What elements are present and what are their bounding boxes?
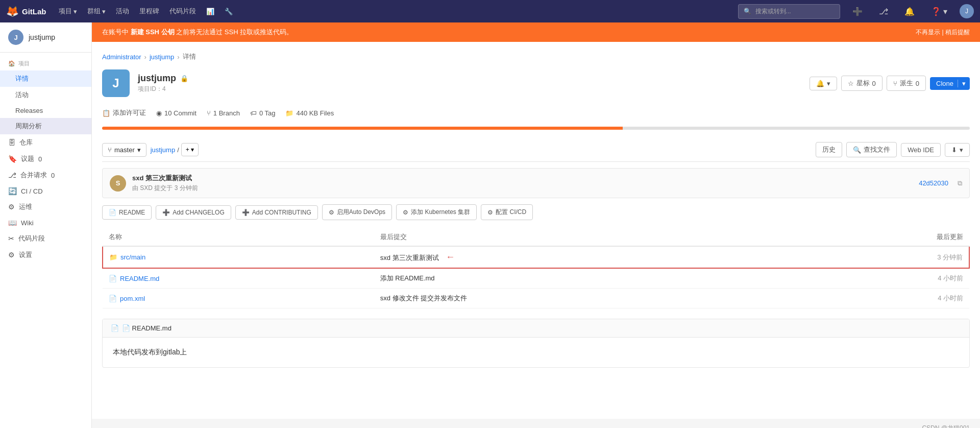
app-layout: J justjump 🏠 项目 详情 活动 Releases 周期分析 🗄 仓库 [0, 22, 980, 428]
plus-icon[interactable]: ➕ [848, 5, 867, 18]
search-box[interactable]: 🔍 搜索或转到... [738, 4, 840, 19]
add-contributing-button[interactable]: ➕ Add CONTRIBUTING [235, 205, 318, 220]
file-name-link[interactable]: 📄 pom.xml [109, 295, 368, 302]
file-name-cell[interactable]: 📁 src/main [103, 246, 374, 268]
nav-milestones[interactable]: 里程碑 [135, 5, 163, 18]
star-count: 0 [872, 80, 876, 87]
nav-snippets[interactable]: 代码片段 [165, 5, 200, 18]
commit-message: sxd 第三次重新测试 [132, 174, 913, 183]
sidebar-item-label: 详情 [15, 74, 29, 83]
action-buttons-row: 📄 README ➕ Add CHANGELOG ➕ Add CONTRIBUT… [102, 204, 970, 220]
sidebar-item-cycle-analytics[interactable]: 周期分析 [0, 118, 91, 134]
sidebar-group-merge[interactable]: ⎇ 合并请求 0 [0, 167, 91, 183]
file-name-cell[interactable]: 📄 pom.xml [103, 289, 374, 308]
stat-tag-label: 0 Tag [259, 109, 276, 117]
path-plus-button[interactable]: + ▾ [181, 143, 199, 156]
bell-icon: 🔔 [816, 80, 824, 87]
file-name-cell[interactable]: 📄 README.md [103, 268, 374, 289]
sidebar-group-wiki[interactable]: 📖 Wiki [0, 215, 91, 230]
commit-hash[interactable]: 42d52030 [919, 179, 948, 187]
readme-header: 📄 📄 README.md [103, 319, 969, 338]
sidebar-user-avatar: J [8, 30, 23, 45]
snippet-icon: ✂ [8, 234, 14, 243]
path-root-link[interactable]: justjump [151, 146, 175, 154]
find-file-button[interactable]: 🔍 查找文件 [846, 142, 897, 157]
sidebar-group-label: CI / CD [21, 187, 43, 195]
nav-activity[interactable]: 活动 [112, 5, 133, 18]
sidebar-group-settings[interactable]: ⚙ 设置 [0, 247, 91, 263]
sidebar: J justjump 🏠 项目 详情 活动 Releases 周期分析 🗄 仓库 [0, 22, 92, 428]
sidebar-item-details[interactable]: 详情 [0, 70, 91, 87]
file-name-link[interactable]: 📁 src/main [109, 253, 368, 261]
breadcrumb-admin[interactable]: Administrator [102, 53, 141, 61]
stat-commits[interactable]: ◉ 10 Commit [156, 109, 197, 117]
stat-branch[interactable]: ⑂ 1 Branch [207, 109, 240, 117]
add-changelog-button[interactable]: ➕ Add CHANGELOG [156, 205, 231, 220]
file-table: 名称 最后提交 最后更新 📁 src/main [102, 228, 970, 308]
issues-icon[interactable]: 🔔 [900, 5, 919, 18]
fork-button[interactable]: ⑂ 派生 0 [887, 76, 926, 91]
branch-selector[interactable]: ⑂ master ▾ [102, 143, 146, 157]
project-id: 项目ID：4 [138, 85, 801, 93]
sidebar-item-activity[interactable]: 活动 [0, 87, 91, 103]
help-icon[interactable]: ❓ ▾ [927, 5, 951, 18]
project-container: Administrator › justjump › 详情 J justjump… [92, 42, 980, 419]
merge-requests-icon[interactable]: ⎇ [875, 5, 892, 18]
nav-tools[interactable]: 🔧 [220, 6, 237, 17]
download-button[interactable]: ⬇ ▾ [945, 143, 970, 157]
footer-text: CSDN @龙猫001 [922, 424, 970, 428]
file-icon: 📄 [109, 209, 116, 216]
top-nav-items: 项目 ▾ 群组 ▾ 活动 里程碑 代码片段 📊 🔧 [55, 5, 237, 18]
clone-chevron-icon[interactable]: ▾ [958, 80, 970, 87]
file-name-text: src/main [120, 253, 145, 261]
stat-tag[interactable]: 🏷 0 Tag [250, 109, 276, 117]
table-row: 📄 README.md 添加 README.md 4 小时前 [103, 268, 969, 289]
lock-icon: 🔒 [180, 75, 188, 82]
breadcrumb-sep1: › [144, 53, 146, 61]
user-avatar[interactable]: J [960, 4, 974, 18]
sidebar-group-issues[interactable]: 🔖 议题 0 [0, 151, 91, 167]
star-label: 星标 [856, 79, 870, 88]
star-button[interactable]: ☆ 星标 0 [841, 76, 883, 91]
file-commit-msg: sxd 第三次重新测试 [380, 254, 439, 261]
branch-name: master [114, 146, 135, 154]
auto-devops-button[interactable]: ⚙ 启用Auto DevOps [322, 204, 392, 220]
main-content: 在账号中 新建 SSH 公钥 之前将无法通过 SSH 拉取或推送代码。 不再显示… [92, 22, 980, 428]
gitlab-wordmark: GitLab [22, 7, 46, 16]
sidebar-group-cicd[interactable]: 🔄 CI / CD [0, 183, 91, 199]
folder-icon: 📁 [109, 253, 117, 261]
cicd-config-button[interactable]: ⚙ 配置 CI/CD [481, 204, 533, 220]
file-icon: 📄 [111, 324, 119, 332]
readme-button[interactable]: 📄 README [102, 205, 152, 220]
warehouse-icon: 🗄 [8, 138, 15, 147]
sidebar-group-warehouse[interactable]: 🗄 仓库 [0, 134, 91, 151]
history-button[interactable]: 历史 [816, 142, 842, 157]
file-icon: 📄 [109, 275, 117, 282]
merge-badge: 0 [51, 172, 55, 179]
nav-groups[interactable]: 群组 ▾ [83, 5, 110, 18]
nav-chart[interactable]: 📊 [202, 6, 218, 17]
gitlab-logo[interactable]: 🦊 GitLab [6, 5, 46, 17]
stat-files[interactable]: 📁 440 KB Files [285, 109, 334, 117]
sidebar-item-label: 活动 [15, 90, 29, 100]
commit-avatar: S [110, 175, 126, 192]
banner-dismiss[interactable]: 不再显示 | 稍后提醒 [916, 28, 970, 37]
notifications-button[interactable]: 🔔 ▾ [810, 77, 837, 90]
settings-icon: ⚙ [329, 209, 334, 216]
top-navigation: 🦊 GitLab 项目 ▾ 群组 ▾ 活动 里程碑 代码片段 📊 🔧 🔍 搜索或… [0, 0, 980, 22]
project-icon-avatar: J [102, 69, 130, 97]
sidebar-group-ops[interactable]: ⚙ 运维 [0, 199, 91, 215]
kubernetes-button[interactable]: ⚙ 添加 Kubernetes 集群 [396, 204, 477, 220]
settings-icon: ⚙ [8, 251, 15, 259]
nav-projects[interactable]: 项目 ▾ [55, 5, 81, 18]
copy-icon[interactable]: ⧉ [958, 179, 962, 187]
file-name-text: pom.xml [120, 295, 145, 302]
clone-button[interactable]: Clone ▾ [930, 77, 970, 90]
readme-content: 本地代码发布到gitlab上 [103, 338, 969, 367]
stat-license[interactable]: 📋 添加许可证 [102, 108, 146, 117]
sidebar-group-snippets[interactable]: ✂ 代码片段 [0, 230, 91, 247]
web-ide-button[interactable]: Web IDE [901, 143, 941, 157]
breadcrumb-project[interactable]: justjump [150, 53, 174, 61]
sidebar-item-releases[interactable]: Releases [0, 103, 91, 118]
file-name-link[interactable]: 📄 README.md [109, 275, 368, 282]
